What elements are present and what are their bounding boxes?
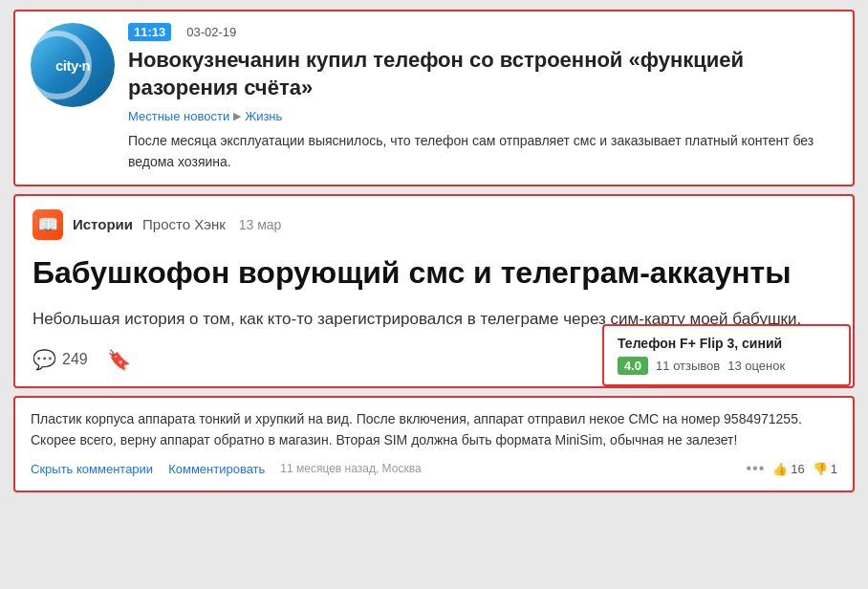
comment-footer: Скрыть комментарии Комментировать 11 мес… (31, 460, 837, 477)
card1-content: 11:13 03-02-19 Новокузнечанин купил теле… (128, 23, 837, 173)
card-story: 📖 Истории Просто Хэнк 13 мар Бабушкофон … (13, 194, 855, 389)
comment-text: Пластик корпуса аппарата тонкий и хрупки… (31, 409, 837, 450)
logo: city·n (31, 23, 115, 107)
product-meta: 4.0 11 отзывов 13 оценок (618, 357, 835, 375)
story-source: Истории (73, 216, 133, 232)
story-body-row: Небольшая история о том, как кто-то заре… (33, 307, 835, 372)
comments-count: 249 (62, 351, 88, 368)
comments-count-area[interactable]: 💬 249 (33, 348, 88, 371)
story-icon-emoji: 📖 (37, 214, 58, 235)
vote-area: ••• 👍 16 👎 1 (746, 460, 837, 477)
story-header: 📖 Истории Просто Хэнк 13 мар (33, 209, 835, 240)
card-news: city·n 11:13 03-02-19 Новокузнечанин куп… (13, 10, 855, 186)
card1-meta: 11:13 03-02-19 (128, 23, 837, 41)
breadcrumb-life[interactable]: Жизнь (245, 109, 282, 123)
breadcrumb: Местные новости ▶ Жизнь (128, 109, 837, 123)
news-desc: После месяца эксплуатации выяснилось, чт… (128, 131, 837, 172)
thumbs-down-icon: 👎 (813, 462, 828, 476)
dislike-count: 1 (831, 462, 837, 476)
news-title[interactable]: Новокузнечанин купил телефон со встроенн… (128, 47, 837, 101)
hide-comments-link[interactable]: Скрыть комментарии (31, 462, 153, 476)
comment-actions: Скрыть комментарии Комментировать 11 мес… (31, 462, 422, 476)
story-author: Просто Хэнк (142, 216, 226, 232)
comment-icon: 💬 (33, 348, 56, 371)
breadcrumb-local[interactable]: Местные новости (128, 109, 229, 123)
like-count: 16 (791, 462, 804, 476)
thumbs-up-icon: 👍 (772, 462, 788, 476)
time-ago: 11 месяцев назад, (280, 462, 379, 475)
comment-city: Москва (382, 462, 422, 475)
story-date: 13 мар (239, 217, 282, 232)
date-label: 03-02-19 (186, 25, 236, 39)
more-icon[interactable]: ••• (746, 460, 765, 477)
like-btn[interactable]: 👍 16 (772, 462, 804, 476)
product-card[interactable]: Телефон F+ Flip 3, синий 4.0 11 отзывов … (602, 324, 851, 386)
card-comment: Пластик корпуса аппарата тонкий и хрупки… (13, 396, 855, 492)
product-rating: 4.0 (618, 357, 648, 375)
breadcrumb-arrow: ▶ (233, 110, 241, 122)
story-title[interactable]: Бабушкофон ворующий смс и телеграм-аккау… (33, 253, 835, 292)
product-scores: 13 оценок (727, 359, 785, 373)
logo-text: city·n (55, 57, 90, 74)
dislike-btn[interactable]: 👎 1 (813, 462, 837, 476)
comment-link[interactable]: Комментировать (168, 462, 265, 476)
bookmark-icon[interactable]: 🔖 (107, 348, 131, 371)
time-badge: 11:13 (128, 23, 171, 41)
comment-time: 11 месяцев назад, Москва (280, 462, 421, 475)
story-icon: 📖 (33, 209, 63, 240)
product-title: Телефон F+ Flip 3, синий (618, 336, 835, 351)
product-reviews: 11 отзывов (656, 359, 720, 373)
